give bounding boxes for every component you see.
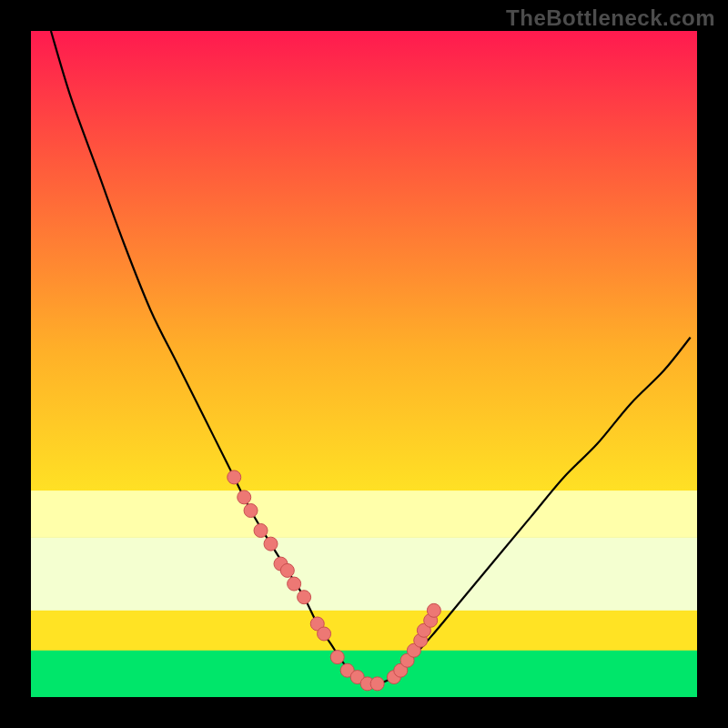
- highlight-dot: [330, 651, 344, 664]
- highlight-dot: [254, 524, 268, 538]
- chart-frame: TheBottleneck.com: [0, 0, 728, 728]
- highlight-dot: [280, 563, 294, 577]
- highlight-dot: [244, 504, 258, 518]
- watermark-text: TheBottleneck.com: [506, 5, 715, 31]
- highlight-dot: [298, 591, 311, 604]
- highlight-dot: [370, 677, 384, 691]
- highlight-dot: [318, 627, 331, 641]
- highlight-dot: [288, 577, 301, 591]
- pale-band: [31, 537, 697, 611]
- highlight-dot: [238, 490, 251, 504]
- highlight-dot: [264, 537, 278, 551]
- pale-yellow-band: [31, 490, 697, 537]
- highlight-dot: [228, 470, 241, 484]
- highlight-dot: [427, 603, 440, 617]
- bottleneck-chart: [0, 0, 728, 728]
